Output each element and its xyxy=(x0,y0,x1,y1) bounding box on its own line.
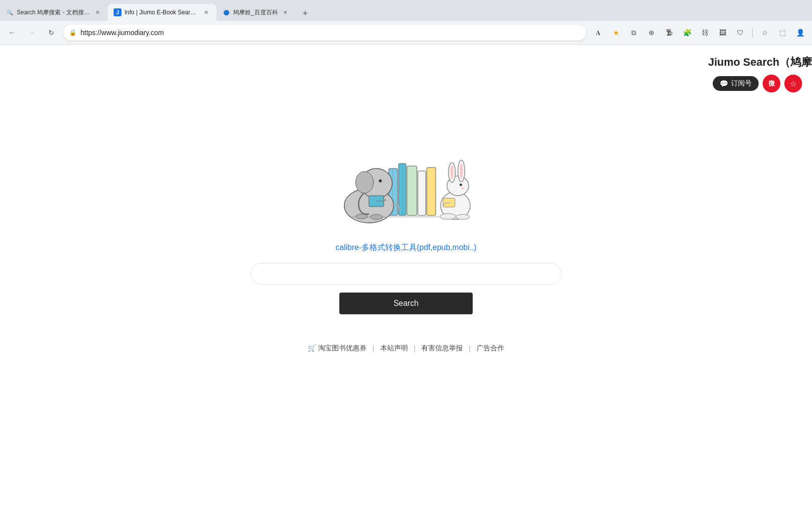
cooperate-link[interactable]: 广告合作 xyxy=(477,344,504,353)
star-button[interactable]: ☆ xyxy=(784,75,802,92)
branding-text: Jiumo Search（鸠摩 xyxy=(708,56,812,68)
tab-1[interactable]: 🔍 Search 鸠摩搜索 - 文档搜… ✕ xyxy=(0,4,108,21)
svg-rect-3 xyxy=(418,171,426,215)
zip-icon[interactable]: 🗜 xyxy=(661,25,677,41)
svg-point-22 xyxy=(461,187,464,189)
shield-icon[interactable]: 🛡 xyxy=(732,25,748,41)
search-area: Search xyxy=(0,263,812,314)
settings-circle-icon[interactable]: ⊕ xyxy=(644,25,659,41)
share-icon[interactable]: ⛓ xyxy=(697,25,713,41)
image-icon[interactable]: 🖼 xyxy=(715,25,731,41)
separator-1: | xyxy=(372,344,374,352)
separator-2: | xyxy=(414,344,416,352)
favorites-icon[interactable]: ☆ xyxy=(757,25,772,41)
svg-point-13 xyxy=(356,214,367,219)
wechat-icon: 💬 xyxy=(720,80,728,87)
svg-point-14 xyxy=(370,214,382,219)
calibre-link[interactable]: calibre-多格式转换工具(pdf,epub,mobi..) xyxy=(335,243,476,253)
tab-3-favicon: 🔵 xyxy=(222,8,230,16)
page-content: Jiumo Search（鸠摩 💬 订阅号 微 ☆ xyxy=(0,45,812,508)
toolbar-divider xyxy=(752,28,753,38)
address-bar-row: ← → ↻ 🔒 https://www.jiumodiary.com 𝐀 ★ ⧉… xyxy=(0,21,812,44)
search-button[interactable]: Search xyxy=(339,293,473,314)
browser-chrome: 🔍 Search 鸠摩搜索 - 文档搜… ✕ J Info | Jiumo E-… xyxy=(0,0,812,45)
new-tab-button[interactable]: + xyxy=(298,6,313,21)
svg-rect-4 xyxy=(427,168,436,215)
tab-2-favicon: J xyxy=(114,8,122,16)
illustration-svg xyxy=(312,129,500,228)
url-text: https://www.jiumodiary.com xyxy=(81,29,164,37)
svg-rect-2 xyxy=(407,166,417,215)
taobao-icon: 🛒 xyxy=(308,344,316,352)
toolbar-icons: 𝐀 ★ ⧉ ⊕ 🗜 🧩 ⛓ 🖼 🛡 ☆ ⬚ 👤 xyxy=(590,25,808,41)
tab-2[interactable]: J Info | Jiumo E-Book Search 鸠摩… ✕ xyxy=(108,4,216,21)
separator-3: | xyxy=(469,344,471,352)
tab-3-label: 鸠摩姓_百度百科 xyxy=(233,8,278,17)
taobao-link[interactable]: 🛒 淘宝图书优惠券 xyxy=(308,344,366,353)
tab-1-label: Search 鸠摩搜索 - 文档搜… xyxy=(17,8,90,17)
wechat-subscribe-button[interactable]: 💬 订阅号 xyxy=(713,76,759,91)
tab-3-close[interactable]: ✕ xyxy=(281,8,290,17)
svg-point-10 xyxy=(379,179,382,182)
address-bar[interactable]: 🔒 https://www.jiumodiary.com xyxy=(63,25,586,41)
taobao-label: 淘宝图书优惠券 xyxy=(318,344,366,352)
collections-icon[interactable]: ⬚ xyxy=(774,25,790,41)
weibo-button[interactable]: 微 xyxy=(763,75,780,92)
back-button[interactable]: ← xyxy=(4,25,20,41)
main-illustration xyxy=(312,129,500,228)
svg-point-25 xyxy=(456,214,470,219)
tab-2-label: Info | Jiumo E-Book Search 鸠摩… xyxy=(124,8,199,17)
svg-point-21 xyxy=(460,184,462,186)
tab-3[interactable]: 🔵 鸠摩姓_百度百科 ✕ xyxy=(216,4,296,21)
social-buttons: 💬 订阅号 微 ☆ xyxy=(713,75,802,92)
extensions-icon[interactable]: 🧩 xyxy=(679,25,695,41)
reload-button[interactable]: ↻ xyxy=(43,25,59,41)
about-link[interactable]: 本站声明 xyxy=(380,344,408,353)
footer-links: 🛒 淘宝图书优惠券 | 本站声明 | 有害信息举报 | 广告合作 xyxy=(308,344,504,353)
wechat-label: 订阅号 xyxy=(731,79,752,88)
bookmark-star-icon[interactable]: ★ xyxy=(608,25,624,41)
site-branding: Jiumo Search（鸠摩 xyxy=(708,55,812,70)
font-adjust-icon[interactable]: 𝐀 xyxy=(590,25,606,41)
svg-point-9 xyxy=(356,171,373,193)
search-input[interactable] xyxy=(250,263,562,285)
split-screen-icon[interactable]: ⧉ xyxy=(626,25,642,41)
forward-button[interactable]: → xyxy=(24,25,40,41)
svg-point-20 xyxy=(460,163,463,179)
svg-rect-1 xyxy=(399,164,406,215)
lock-icon: 🔒 xyxy=(69,29,77,36)
svg-point-24 xyxy=(440,213,456,219)
svg-point-18 xyxy=(450,165,453,180)
profile-icon[interactable]: 👤 xyxy=(792,25,808,41)
weibo-icon: 微 xyxy=(769,79,775,88)
tab-2-close[interactable]: ✕ xyxy=(202,8,210,17)
tab-1-favicon: 🔍 xyxy=(6,8,14,16)
tab-bar: 🔍 Search 鸠摩搜索 - 文档搜… ✕ J Info | Jiumo E-… xyxy=(0,0,812,21)
star-icon: ☆ xyxy=(790,79,797,88)
tab-1-close[interactable]: ✕ xyxy=(93,8,102,17)
report-link[interactable]: 有害信息举报 xyxy=(421,344,463,353)
